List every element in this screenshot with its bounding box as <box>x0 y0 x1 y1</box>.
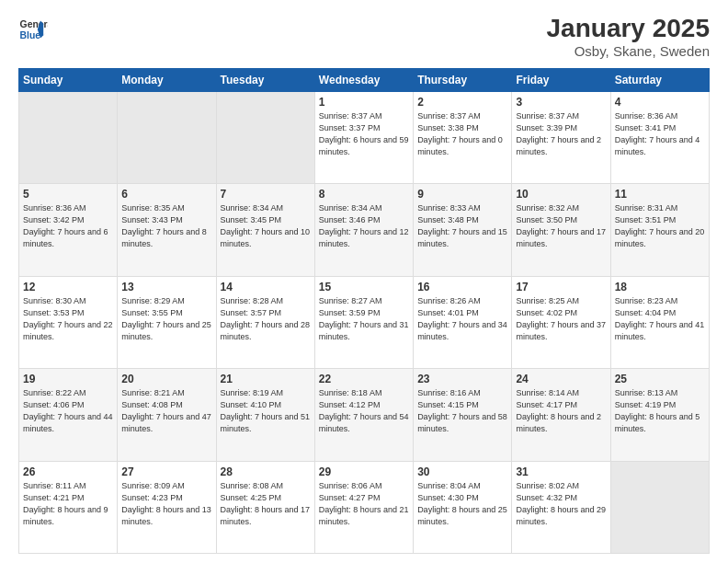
day-number: 15 <box>319 281 409 293</box>
table-row: 16Sunrise: 8:26 AM Sunset: 4:01 PM Dayli… <box>414 276 512 368</box>
table-row: 29Sunrise: 8:06 AM Sunset: 4:27 PM Dayli… <box>314 461 413 553</box>
day-info: Sunrise: 8:19 AM Sunset: 4:10 PM Dayligh… <box>221 387 311 435</box>
day-number: 19 <box>23 373 113 385</box>
day-info: Sunrise: 8:27 AM Sunset: 3:59 PM Dayligh… <box>319 295 409 343</box>
calendar-week-row: 12Sunrise: 8:30 AM Sunset: 3:53 PM Dayli… <box>19 276 710 368</box>
logo: General Blue <box>18 15 48 44</box>
day-info: Sunrise: 8:23 AM Sunset: 4:04 PM Dayligh… <box>615 295 705 343</box>
table-row: 15Sunrise: 8:27 AM Sunset: 3:59 PM Dayli… <box>314 276 413 368</box>
table-row: 7Sunrise: 8:34 AM Sunset: 3:45 PM Daylig… <box>216 184 314 276</box>
table-row: 21Sunrise: 8:19 AM Sunset: 4:10 PM Dayli… <box>216 369 314 461</box>
day-info: Sunrise: 8:08 AM Sunset: 4:25 PM Dayligh… <box>221 480 311 528</box>
calendar-week-row: 5Sunrise: 8:36 AM Sunset: 3:42 PM Daylig… <box>19 184 710 276</box>
table-row: 26Sunrise: 8:11 AM Sunset: 4:21 PM Dayli… <box>19 461 118 553</box>
table-row: 1Sunrise: 8:37 AM Sunset: 3:37 PM Daylig… <box>314 91 413 183</box>
day-info: Sunrise: 8:11 AM Sunset: 4:21 PM Dayligh… <box>23 480 113 528</box>
day-info: Sunrise: 8:36 AM Sunset: 3:42 PM Dayligh… <box>23 202 113 250</box>
day-number: 27 <box>121 465 211 478</box>
day-number: 10 <box>516 188 606 201</box>
day-info: Sunrise: 8:35 AM Sunset: 3:43 PM Dayligh… <box>121 202 211 250</box>
day-number: 13 <box>121 281 211 293</box>
table-row: 30Sunrise: 8:04 AM Sunset: 4:30 PM Dayli… <box>414 461 512 553</box>
table-row: 23Sunrise: 8:16 AM Sunset: 4:15 PM Dayli… <box>414 369 512 461</box>
day-info: Sunrise: 8:34 AM Sunset: 3:45 PM Dayligh… <box>221 202 311 250</box>
day-info: Sunrise: 8:33 AM Sunset: 3:48 PM Dayligh… <box>417 202 507 250</box>
day-info: Sunrise: 8:36 AM Sunset: 3:41 PM Dayligh… <box>615 110 705 158</box>
table-row: 28Sunrise: 8:08 AM Sunset: 4:25 PM Dayli… <box>216 461 314 553</box>
table-row: 11Sunrise: 8:31 AM Sunset: 3:51 PM Dayli… <box>610 184 709 276</box>
day-number: 22 <box>319 373 409 385</box>
day-number: 25 <box>615 373 705 385</box>
table-row: 19Sunrise: 8:22 AM Sunset: 4:06 PM Dayli… <box>19 369 118 461</box>
calendar-week-row: 19Sunrise: 8:22 AM Sunset: 4:06 PM Dayli… <box>19 369 710 461</box>
table-row <box>19 91 118 183</box>
table-row: 6Sunrise: 8:35 AM Sunset: 3:43 PM Daylig… <box>118 184 216 276</box>
day-info: Sunrise: 8:21 AM Sunset: 4:08 PM Dayligh… <box>121 387 211 435</box>
day-info: Sunrise: 8:31 AM Sunset: 3:51 PM Dayligh… <box>615 202 705 250</box>
table-row <box>610 461 709 553</box>
day-info: Sunrise: 8:09 AM Sunset: 4:23 PM Dayligh… <box>121 480 211 528</box>
day-number: 12 <box>23 281 113 293</box>
header: General Blue January 2025 Osby, Skane, S… <box>18 15 710 59</box>
table-row: 4Sunrise: 8:36 AM Sunset: 3:41 PM Daylig… <box>610 91 709 183</box>
day-info: Sunrise: 8:32 AM Sunset: 3:50 PM Dayligh… <box>516 202 606 250</box>
table-row: 25Sunrise: 8:13 AM Sunset: 4:19 PM Dayli… <box>610 369 709 461</box>
day-number: 29 <box>319 465 409 478</box>
day-number: 11 <box>615 188 705 201</box>
day-number: 4 <box>615 96 705 109</box>
logo-icon: General Blue <box>18 15 48 44</box>
day-info: Sunrise: 8:29 AM Sunset: 3:55 PM Dayligh… <box>121 295 211 343</box>
table-row: 31Sunrise: 8:02 AM Sunset: 4:32 PM Dayli… <box>512 461 610 553</box>
table-row: 14Sunrise: 8:28 AM Sunset: 3:57 PM Dayli… <box>216 276 314 368</box>
calendar-subtitle: Osby, Skane, Sweden <box>547 43 710 59</box>
day-number: 30 <box>417 465 507 478</box>
day-number: 24 <box>516 373 606 385</box>
day-info: Sunrise: 8:18 AM Sunset: 4:12 PM Dayligh… <box>319 387 409 435</box>
table-row: 18Sunrise: 8:23 AM Sunset: 4:04 PM Dayli… <box>610 276 709 368</box>
day-info: Sunrise: 8:34 AM Sunset: 3:46 PM Dayligh… <box>319 202 409 250</box>
calendar-header-row: Sunday Monday Tuesday Wednesday Thursday… <box>19 68 710 91</box>
day-number: 18 <box>615 281 705 293</box>
day-number: 17 <box>516 281 606 293</box>
day-info: Sunrise: 8:22 AM Sunset: 4:06 PM Dayligh… <box>23 387 113 435</box>
header-wednesday: Wednesday <box>314 68 413 91</box>
table-row: 9Sunrise: 8:33 AM Sunset: 3:48 PM Daylig… <box>414 184 512 276</box>
table-row: 17Sunrise: 8:25 AM Sunset: 4:02 PM Dayli… <box>512 276 610 368</box>
calendar-table: Sunday Monday Tuesday Wednesday Thursday… <box>18 68 710 554</box>
calendar-week-row: 1Sunrise: 8:37 AM Sunset: 3:37 PM Daylig… <box>19 91 710 183</box>
day-number: 23 <box>417 373 507 385</box>
day-info: Sunrise: 8:16 AM Sunset: 4:15 PM Dayligh… <box>417 387 507 435</box>
table-row: 20Sunrise: 8:21 AM Sunset: 4:08 PM Dayli… <box>118 369 216 461</box>
title-block: January 2025 Osby, Skane, Sweden <box>547 15 710 59</box>
day-info: Sunrise: 8:37 AM Sunset: 3:38 PM Dayligh… <box>417 110 507 158</box>
day-number: 20 <box>121 373 211 385</box>
day-info: Sunrise: 8:13 AM Sunset: 4:19 PM Dayligh… <box>615 387 705 435</box>
table-row: 12Sunrise: 8:30 AM Sunset: 3:53 PM Dayli… <box>19 276 118 368</box>
header-sunday: Sunday <box>19 68 118 91</box>
header-tuesday: Tuesday <box>216 68 314 91</box>
day-info: Sunrise: 8:28 AM Sunset: 3:57 PM Dayligh… <box>221 295 311 343</box>
table-row: 2Sunrise: 8:37 AM Sunset: 3:38 PM Daylig… <box>414 91 512 183</box>
table-row: 3Sunrise: 8:37 AM Sunset: 3:39 PM Daylig… <box>512 91 610 183</box>
table-row: 8Sunrise: 8:34 AM Sunset: 3:46 PM Daylig… <box>314 184 413 276</box>
table-row <box>118 91 216 183</box>
header-monday: Monday <box>118 68 216 91</box>
day-number: 7 <box>221 188 311 201</box>
day-number: 28 <box>221 465 311 478</box>
day-info: Sunrise: 8:37 AM Sunset: 3:37 PM Dayligh… <box>319 110 409 158</box>
day-number: 9 <box>417 188 507 201</box>
day-number: 6 <box>121 188 211 201</box>
day-info: Sunrise: 8:25 AM Sunset: 4:02 PM Dayligh… <box>516 295 606 343</box>
day-number: 14 <box>221 281 311 293</box>
header-friday: Friday <box>512 68 610 91</box>
day-number: 26 <box>23 465 113 478</box>
svg-text:Blue: Blue <box>20 30 41 40</box>
day-number: 5 <box>23 188 113 201</box>
day-number: 21 <box>221 373 311 385</box>
header-saturday: Saturday <box>610 68 709 91</box>
day-info: Sunrise: 8:14 AM Sunset: 4:17 PM Dayligh… <box>516 387 606 435</box>
day-info: Sunrise: 8:37 AM Sunset: 3:39 PM Dayligh… <box>516 110 606 158</box>
calendar-title: January 2025 <box>547 15 710 43</box>
day-number: 16 <box>417 281 507 293</box>
day-info: Sunrise: 8:04 AM Sunset: 4:30 PM Dayligh… <box>417 480 507 528</box>
